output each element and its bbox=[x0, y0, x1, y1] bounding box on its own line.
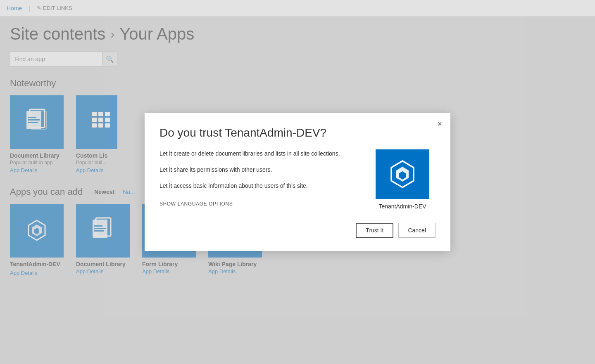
show-language-link[interactable]: SHOW LANGUAGE OPTIONS bbox=[159, 201, 233, 207]
permission-2: Let it share its permissions with other … bbox=[159, 165, 356, 174]
dialog-app-preview: TenantAdmin-DEV bbox=[369, 149, 436, 210]
dialog-footer: Trust It Cancel bbox=[159, 223, 436, 238]
close-button[interactable]: × bbox=[437, 120, 442, 128]
trust-dialog: × Do you trust TenantAdmin-DEV? Let it c… bbox=[145, 113, 450, 251]
dialog-permissions: Let it create or delete document librari… bbox=[159, 149, 356, 210]
cancel-button[interactable]: Cancel bbox=[398, 223, 436, 238]
modal-overlay: × Do you trust TenantAdmin-DEV? Let it c… bbox=[0, 0, 595, 364]
dialog-app-name: TenantAdmin-DEV bbox=[378, 203, 426, 210]
trust-it-button[interactable]: Trust It bbox=[356, 223, 393, 238]
dialog-body: Let it create or delete document librari… bbox=[159, 149, 436, 210]
dialog-title: Do you trust TenantAdmin-DEV? bbox=[159, 126, 436, 139]
permission-1: Let it create or delete document librari… bbox=[159, 149, 356, 158]
dialog-app-icon bbox=[376, 149, 429, 199]
permission-3: Let it access basic information about th… bbox=[159, 182, 356, 190]
